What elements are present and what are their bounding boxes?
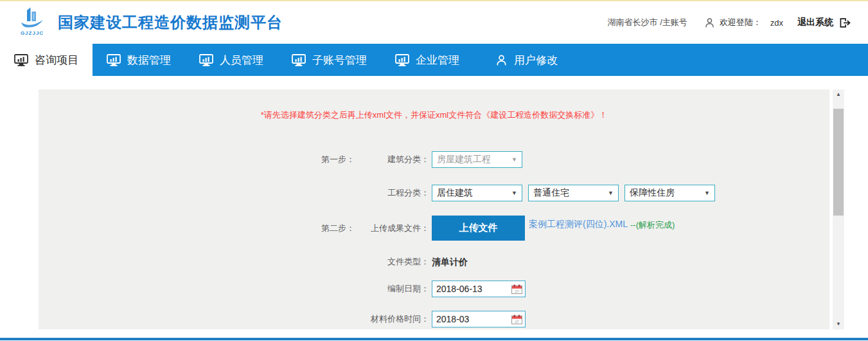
project-class-row: 工程分类： 居住建筑 ▼ 普通住宅 ▼ 保障性住房 ▼ [39, 185, 829, 201]
project-class-select-2[interactable]: 普通住宅 ▼ [528, 185, 619, 201]
logo-text: GJZJJC [21, 30, 44, 36]
building-class-select[interactable]: 房屋建筑工程 ▼ [432, 151, 522, 168]
username: zdx [770, 18, 783, 28]
tab-enterprise-management[interactable]: 企业管理 [381, 44, 474, 76]
material-price-input[interactable] [434, 314, 503, 324]
monitor-chart-icon [14, 54, 28, 66]
uploaded-file-link[interactable]: 案例工程测评(四位).XML [529, 219, 628, 230]
user-icon [704, 17, 715, 28]
page-title: 国家建设工程造价数据监测平台 [58, 12, 283, 33]
chevron-down-icon: ▼ [511, 156, 517, 163]
region-account-label: 湖南省长沙市 /主账号 [608, 17, 687, 28]
building-class-row: 第一步： 建筑分类： 房屋建筑工程 ▼ [39, 151, 829, 168]
form-panel: *请先选择建筑分类之后再上传xml文件，并保证xml文件符合《建设工程造价数据交… [39, 89, 829, 329]
welcome-label: 欢迎登陆： [720, 17, 761, 28]
chevron-down-icon: ▼ [511, 190, 517, 196]
project-class-value-3: 保障性住房 [630, 187, 675, 199]
tab-label: 企业管理 [416, 53, 459, 68]
scrollbar-thumb[interactable] [833, 109, 844, 216]
tab-subaccount-management[interactable]: 子账号管理 [278, 44, 381, 76]
user-icon [495, 54, 508, 66]
compile-date-field: 17 [432, 281, 526, 297]
header-right: 湖南省长沙市 /主账号 欢迎登陆： zdx 退出系统 [608, 1, 851, 44]
parse-status-text: --(解析完成) [630, 219, 675, 231]
project-class-label: 工程分类： [269, 185, 429, 201]
logo-building-icon [17, 6, 47, 32]
tab-label: 数据管理 [127, 53, 171, 68]
app-window: GJZJJC 国家建设工程造价数据监测平台 湖南省长沙市 /主账号 欢迎登陆： … [0, 0, 868, 341]
monitor-chart-icon [292, 54, 306, 66]
file-type-value: 清单计价 [432, 255, 468, 268]
vertical-scrollbar[interactable]: ▲ ▼ [833, 89, 844, 329]
compile-date-input[interactable] [434, 284, 503, 294]
main-nav: 咨询项目 数据管理 [0, 44, 868, 76]
material-price-row: 材料价格时间： 17 [39, 311, 829, 327]
tab-data-management[interactable]: 数据管理 [93, 44, 185, 76]
monitor-chart-icon [395, 54, 409, 66]
calendar-icon[interactable]: 17 [511, 315, 522, 324]
upload-row: 第二步： 上传成果文件： 上传文件 案例工程测评(四位).XML --(解析完成… [39, 216, 829, 241]
logo: GJZJJC [15, 6, 49, 39]
project-class-value-1: 居住建筑 [437, 187, 473, 199]
tab-label: 用户修改 [514, 53, 558, 68]
scroll-down-arrow[interactable]: ▼ [833, 319, 844, 329]
tab-label: 子账号管理 [312, 53, 367, 68]
project-class-select-1[interactable]: 居住建筑 ▼ [432, 185, 522, 201]
project-class-value-2: 普通住宅 [533, 187, 569, 199]
tab-user-modify[interactable]: 用户修改 [481, 44, 572, 76]
building-class-value: 房屋建筑工程 [437, 154, 491, 165]
tab-personnel-management[interactable]: 人员管理 [185, 44, 278, 76]
upload-warning-text: *请先选择建筑分类之后再上传xml文件，并保证xml文件符合《建设工程造价数据交… [39, 109, 829, 121]
monitor-chart-icon [199, 54, 213, 66]
file-type-label: 文件类型： [269, 255, 429, 268]
tab-label: 人员管理 [220, 53, 263, 68]
chevron-down-icon: ▼ [608, 190, 614, 196]
building-class-label: 建筑分类： [269, 151, 429, 168]
project-class-select-3[interactable]: 保障性住房 ▼ [624, 185, 715, 201]
file-type-row: 文件类型： 清单计价 [39, 255, 829, 268]
calendar-icon[interactable]: 17 [511, 284, 522, 294]
monitor-chart-icon [107, 54, 121, 66]
material-price-field: 17 [432, 311, 526, 327]
upload-file-button[interactable]: 上传文件 [432, 216, 525, 241]
chevron-down-icon: ▼ [704, 190, 710, 196]
logout-icon[interactable] [839, 17, 851, 28]
tab-consult-project[interactable]: 咨询项目 [0, 44, 93, 76]
compile-date-label: 编制日期： [269, 281, 429, 297]
svg-text:17: 17 [515, 319, 518, 323]
tab-label: 咨询项目 [35, 53, 78, 68]
logout-link[interactable]: 退出系统 [797, 17, 833, 28]
scroll-up-arrow[interactable]: ▲ [833, 89, 844, 100]
upload-file-label: 上传成果文件： [269, 216, 429, 241]
material-price-label: 材料价格时间： [269, 311, 429, 327]
content-area: *请先选择建筑分类之后再上传xml文件，并保证xml文件符合《建设工程造价数据交… [0, 76, 868, 341]
header: GJZJJC 国家建设工程造价数据监测平台 湖南省长沙市 /主账号 欢迎登陆： … [0, 1, 868, 44]
compile-date-row: 编制日期： 17 [39, 281, 829, 297]
svg-text:17: 17 [515, 289, 518, 293]
footer-bar [0, 338, 868, 340]
